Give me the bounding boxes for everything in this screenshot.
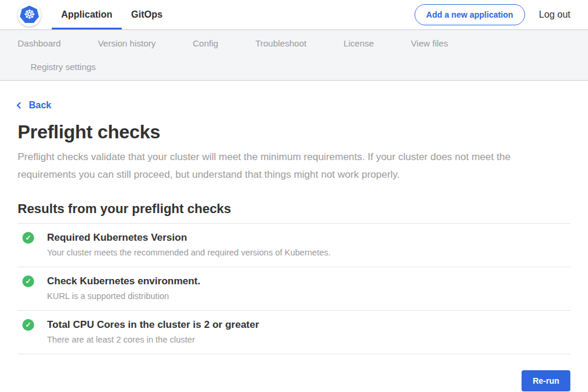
kubernetes-logo[interactable]: ☸ [18, 3, 41, 26]
preflight-check-row-kubernetes-version: ✓ Required Kubernetes Version Your clust… [18, 224, 570, 267]
subnav-row-2: Registry settings [18, 55, 570, 78]
subnav-item-registry-settings[interactable]: Registry settings [31, 62, 96, 72]
check-text: Total CPU Cores in the cluster is 2 or g… [47, 318, 259, 345]
subnav-item-dashboard[interactable]: Dashboard [18, 38, 61, 48]
add-new-application-button[interactable]: Add a new application [415, 4, 525, 25]
check-title: Check Kubernetes environment. [47, 275, 201, 287]
back-link[interactable]: Back [18, 100, 51, 111]
subnav-item-troubleshoot[interactable]: Troubleshoot [255, 38, 306, 48]
check-text: Check Kubernetes environment. KURL is a … [47, 275, 201, 301]
check-title: Total CPU Cores in the cluster is 2 or g… [47, 318, 259, 331]
logout-link[interactable]: Log out [539, 9, 570, 20]
check-description: KURL is a supported distribution [47, 291, 201, 301]
page-description: Preflight checks validate that your clus… [18, 148, 570, 184]
subnav-item-version-history[interactable]: Version history [98, 38, 155, 48]
kubernetes-heptagon: ☸ [20, 6, 39, 24]
rerun-button[interactable]: Re-run [522, 370, 570, 391]
check-pass-icon: ✓ [22, 232, 34, 244]
subnav-item-license[interactable]: License [343, 38, 374, 48]
tab-application[interactable]: Application [52, 0, 122, 29]
tab-gitops[interactable]: GitOps [122, 0, 172, 29]
top-tabs: Application GitOps [52, 0, 172, 29]
preflight-check-row-kubernetes-environment: ✓ Check Kubernetes environment. KURL is … [18, 267, 570, 311]
back-label: Back [29, 100, 51, 111]
check-description: There are at least 2 cores in the cluste… [47, 335, 259, 345]
app-subnav: Dashboard Version history Config Trouble… [0, 30, 588, 81]
check-pass-icon: ✓ [22, 275, 34, 287]
top-nav-actions: Add a new application Log out [415, 0, 570, 29]
chevron-left-icon [16, 102, 23, 108]
check-title: Required Kubernetes Version [47, 231, 330, 244]
results-heading: Results from your preflight checks [18, 201, 570, 217]
top-nav: ☸ Application GitOps Add a new applicati… [0, 0, 588, 30]
footer-actions: Re-run [18, 370, 570, 391]
page-title: Preflight checks [18, 121, 570, 143]
preflight-check-list: ✓ Required Kubernetes Version Your clust… [18, 223, 570, 354]
check-description: Your cluster meets the recommended and r… [47, 248, 330, 258]
subnav-item-view-files[interactable]: View files [411, 38, 448, 48]
kubernetes-wheel-icon: ☸ [24, 8, 35, 21]
check-pass-icon: ✓ [22, 319, 34, 331]
subnav-row-1: Dashboard Version history Config Trouble… [18, 31, 570, 55]
subnav-item-config[interactable]: Config [193, 38, 218, 48]
tab-gitops-label: GitOps [131, 9, 162, 20]
preflight-page: Back Preflight checks Preflight checks v… [0, 81, 588, 391]
tab-application-label: Application [61, 9, 112, 20]
check-text: Required Kubernetes Version Your cluster… [47, 231, 330, 258]
preflight-check-row-cpu-cores: ✓ Total CPU Cores in the cluster is 2 or… [18, 311, 570, 354]
